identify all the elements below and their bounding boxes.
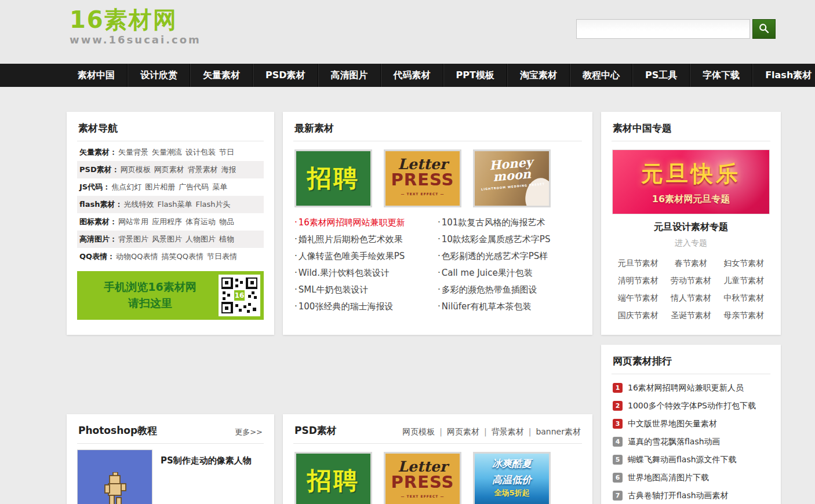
category-link[interactable]: 矢量背景 [118,148,148,156]
category-link[interactable]: 菜单 [212,182,227,191]
nav-item[interactable]: 高清图片 [318,64,381,87]
holiday-link[interactable]: 母亲节素材 [718,306,770,324]
category-label[interactable]: 矢量素材： [79,148,117,156]
nav-item[interactable]: PS工具 [632,64,690,87]
category-link[interactable]: 设计包装 [185,148,216,156]
category-link[interactable]: 海报 [221,165,237,174]
news-link[interactable]: 婚礼照片后期粉色艺术效果 [294,231,438,248]
holiday-link[interactable]: 儿童节素材 [718,272,770,289]
news-link[interactable]: 色彩剔透的光感艺术字PS样 [438,248,581,265]
category-link[interactable]: 背景图片 [118,235,148,243]
ranking-item[interactable]: 21000多个特效字体PS动作打包下载 [613,397,769,415]
category-link[interactable]: 人物图片 [185,235,216,243]
nav-item[interactable]: 教程中心 [570,64,632,87]
holiday-link[interactable]: 清明节素材 [612,272,664,289]
ranking-item[interactable]: 4逼真的雪花飘落flash动画 [613,433,769,451]
topic-banner-headline: 元旦快乐 [613,159,769,189]
category-label[interactable]: flash素材： [79,200,122,209]
thumbnail-summer[interactable]: 冰爽酷夏高温低价全场5折起 [473,452,551,504]
photoshop-panel-head: Photoshop教程 更多>> [77,414,264,444]
holiday-link[interactable]: 元旦节素材 [612,254,664,272]
category-link[interactable]: 广告代码 [179,182,209,191]
category-link[interactable]: 图片相册 [145,182,175,191]
news-link[interactable]: 16素材网招聘网站兼职更新 [294,214,438,231]
search-button[interactable] [752,19,776,39]
thumbnail-letterpress[interactable]: LetterPRESS— TEXT EFFECT — [384,149,461,207]
psd-tab[interactable]: banner素材 [524,427,581,436]
category-link[interactable]: 矢量潮流 [152,148,182,156]
ranking-item[interactable]: 116素材网招聘网站兼职更新人员 [613,379,769,397]
topic-caption[interactable]: 元旦设计素材专题 [612,221,770,233]
category-label[interactable]: PSD素材： [79,165,119,174]
more-link[interactable]: 更多>> [235,427,263,437]
thumbnail-honeymoon[interactable]: HoneymoonLIGHTROOM WEDDING PRESET [473,149,551,207]
category-link[interactable]: 搞笑QQ表情 [162,252,203,261]
ranking-item[interactable]: 7古典卷轴打开flash动画素材 [613,487,769,504]
holiday-link[interactable]: 端午节素材 [612,289,664,306]
site-logo[interactable]: 16素材网 www.16sucai.com [70,7,201,46]
news-link[interactable]: 101款复古风格的海报艺术 [438,214,581,231]
ranking-item[interactable]: 6世界地图高清图片下载 [613,469,769,487]
psd-tab[interactable]: 背景素材 [479,427,524,436]
nav-item[interactable]: Flash素材 [752,64,815,87]
ranking-item[interactable]: 5蝴蝶飞舞动画flash源文件下载 [613,451,769,469]
category-link[interactable]: Flash菜单 [157,200,192,209]
tutorial-thumbnail[interactable] [77,450,152,504]
category-link[interactable]: Flash片头 [195,200,230,209]
nav-item[interactable]: PPT模板 [443,64,507,87]
news-link[interactable]: 10款炫彩金属质感艺术字PS [438,231,581,248]
category-label[interactable]: 高清图片： [79,235,117,243]
category-link[interactable]: 物品 [219,217,234,226]
holiday-link[interactable]: 圣诞节素材 [664,306,717,324]
enter-topic-link[interactable]: 进入专题 [612,238,770,249]
news-link[interactable]: 100张经典的瑞士海报设 [294,298,438,315]
thumbnail-zhaopin[interactable]: 招聘 [294,149,372,207]
nav-item[interactable]: 代码素材 [381,64,443,87]
holiday-link[interactable]: 劳动节素材 [664,272,717,289]
nav-item[interactable]: PSD素材 [253,64,318,87]
news-link[interactable]: Nilüfer有机草本茶包装 [438,298,581,315]
news-link[interactable]: 多彩的濒危热带鱼插图设 [438,282,581,298]
psd-tab[interactable]: 网页模板 [402,427,435,436]
category-link[interactable]: 背景素材 [188,165,218,174]
category-link[interactable]: 焦点幻灯 [111,182,141,191]
holiday-link[interactable]: 春节素材 [664,254,717,272]
category-link[interactable]: 节日表情 [207,252,237,261]
nav-item[interactable]: 矢量素材 [190,64,253,87]
category-label[interactable]: 图标素材： [79,217,117,226]
ranking-item[interactable]: 3中文版世界地图矢量素材 [613,415,769,433]
nav-item[interactable]: 淘宝素材 [507,64,570,87]
holiday-link[interactable]: 中秋节素材 [718,289,770,306]
category-link[interactable]: 动物QQ表情 [116,252,158,261]
nav-item[interactable]: 字体下载 [690,64,752,87]
category-link[interactable]: 体育运动 [185,217,216,226]
news-link[interactable]: 人像转蓝色唯美手绘效果PS [294,248,438,265]
news-link[interactable]: Wild.果汁饮料包装设计 [294,265,438,282]
category-link[interactable]: 网站常用 [118,217,148,226]
holiday-link[interactable]: 情人节素材 [664,289,717,306]
category-link[interactable]: 应用程序 [152,217,182,226]
material-nav-row: flash素材：光线特效Flash菜单Flash片头 [77,196,264,213]
qr-banner[interactable]: 手机浏览16素材网 请扫这里 [77,271,264,320]
thumbnail-zhaopin[interactable]: 招聘 [294,452,372,504]
category-link[interactable]: 植物 [219,235,234,243]
category-label[interactable]: QQ表情： [79,252,115,261]
tutorial-title-link[interactable]: PS制作走动的像素人物 [161,455,252,504]
holiday-link[interactable]: 妇女节素材 [718,254,770,272]
nav-item[interactable]: 设计欣赏 [128,64,190,87]
category-link[interactable]: 节日 [219,148,234,156]
category-label[interactable]: JS代码： [79,182,110,191]
thumbnail-letterpress[interactable]: LetterPRESS— TEXT EFFECT — [384,452,461,504]
search-input[interactable] [576,19,750,39]
news-link[interactable]: Call me Juice果汁包装 [438,265,581,282]
main-nav: 素材中国设计欣赏矢量素材PSD素材高清图片代码素材PPT模板淘宝素材教程中心PS… [0,64,815,87]
nav-item[interactable]: 素材中国 [66,64,128,87]
category-link[interactable]: 网页素材 [154,165,184,174]
news-link[interactable]: SML牛奶包装设计 [294,282,438,298]
category-link[interactable]: 光线特效 [123,200,154,209]
holiday-link[interactable]: 国庆节素材 [612,306,664,324]
psd-tab[interactable]: 网页素材 [435,427,479,436]
category-link[interactable]: 网页模板 [121,165,151,174]
topic-banner[interactable]: 元旦快乐 16素材网元旦专题 [612,149,770,214]
category-link[interactable]: 风景图片 [152,235,182,243]
